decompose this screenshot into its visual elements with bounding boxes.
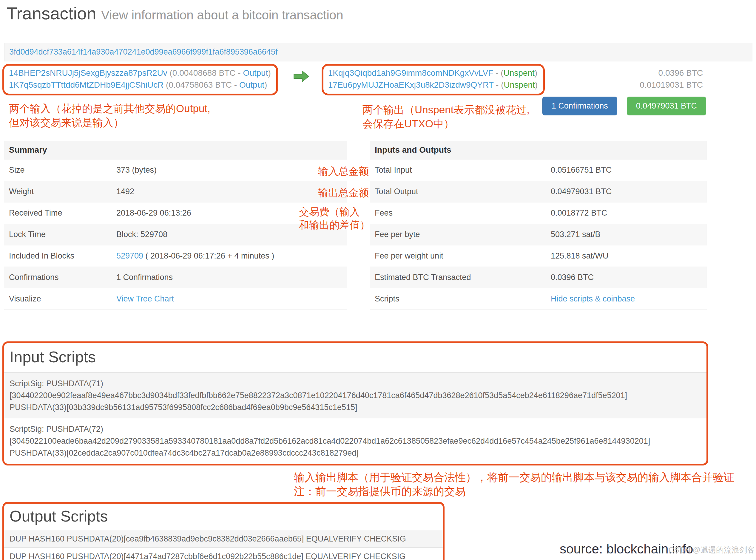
input-amount-close: )	[268, 68, 271, 78]
view-tree-chart-link[interactable]: View Tree Chart	[116, 294, 174, 303]
input-script-row: ScriptSig: PUSHDATA(72) [3045022100eade6…	[4, 418, 706, 464]
annotations-row: 两个输入（花掉的是之前其他交易的Output, 但对该交易来说是输入） 两个输出…	[0, 98, 756, 141]
table-row: Fees 0.0018772 BTC	[370, 202, 707, 224]
table-row: Estimated BTC Transacted 0.0396 BTC	[370, 266, 707, 288]
hide-scripts-link[interactable]: Hide scripts & coinbase	[551, 294, 635, 303]
fees-note-line: 交易费（输入	[299, 205, 370, 218]
row-value: 0.0396 BTC	[551, 273, 594, 282]
input-amount-text: (0.04758063 BTC -	[166, 80, 239, 89]
tx-io-row: 14BHEP2sNRUJj5jSexgBjyszza87psR2Uv (0.00…	[0, 61, 756, 95]
row-value: 503.271 sat/B	[551, 230, 601, 239]
tx-input-row: 14BHEP2sNRUJj5jSexgBjyszza87psR2Uv (0.00…	[9, 67, 271, 79]
tx-hash-link[interactable]: 3fd0d94dcf733a614f14a930a470241e0d99ea69…	[9, 47, 277, 56]
summary-table-header: Summary	[4, 141, 347, 159]
input-output-link[interactable]: Output	[239, 80, 264, 89]
row-label: Total Output	[375, 187, 551, 196]
input-output-link[interactable]: Output	[243, 68, 268, 78]
output-scripts-section: Output Scripts DUP HASH160 PUSHDATA(20)[…	[2, 502, 445, 560]
status-close: )	[535, 80, 538, 89]
output-separator: -	[493, 80, 501, 89]
row-value: 2018-06-29 06:13:26	[116, 208, 191, 218]
table-row: Size 373 (bytes)	[4, 159, 347, 181]
input-address-link[interactable]: 14BHEP2sNRUJj5jSexgBjyszza87psR2Uv	[9, 68, 167, 78]
page-header: TransactionView information about a bitc…	[0, 0, 756, 26]
input-detail-open	[163, 80, 166, 89]
table-row: Total Output 0.04979031 BTC	[370, 181, 707, 202]
table-row: Received Time 2018-06-29 06:13:26	[4, 202, 347, 224]
inputs-note-line: 两个输入（花掉的是之前其他交易的Output,	[9, 101, 210, 115]
row-label: Confirmations	[9, 273, 116, 282]
total-output-button[interactable]: 0.04979031 BTC	[627, 97, 706, 115]
status-open: (	[501, 80, 504, 89]
unspent-status: Unspent	[504, 80, 535, 89]
output-scripts-heading: Output Scripts	[4, 504, 443, 530]
row-label: Lock Time	[9, 230, 116, 239]
outputs-note-line: 两个输出（Unspent表示都没被花过,	[363, 103, 529, 117]
row-value: View Tree Chart	[116, 294, 174, 303]
scripts-note-line: 输入输出脚本（用于验证交易合法性），将前一交易的输出脚本与该交易的输入脚本合并验…	[294, 470, 756, 484]
transaction-page: TransactionView information about a bitc…	[0, 0, 756, 560]
table-row: Weight 1492	[4, 181, 347, 202]
table-row: Fee per weight unit 125.818 sat/WU	[370, 245, 707, 266]
row-label: Included In Blocks	[9, 252, 116, 261]
table-row: Confirmations 1 Confirmations	[4, 266, 347, 288]
row-value: 125.818 sat/WU	[551, 252, 608, 261]
inputs-note: 两个输入（花掉的是之前其他交易的Output, 但对该交易来说是输入）	[9, 101, 210, 129]
row-value: 0.0018772 BTC	[551, 208, 607, 218]
row-value: 373 (bytes)	[116, 165, 157, 175]
table-row: Fee per byte 503.271 sat/B	[370, 224, 707, 245]
row-label: Estimated BTC Transacted	[375, 273, 551, 282]
table-row: Visualize View Tree Chart	[4, 288, 347, 309]
row-label: Visualize	[9, 294, 116, 303]
tx-buttons: 1 Confirmations 0.04979031 BTC	[542, 97, 706, 115]
output-separator: -	[493, 68, 501, 78]
scriptsig-signature: [304402200e902feaaf8e49ea467bbc3d9034bdf…	[9, 389, 701, 401]
input-script-row: ScriptSig: PUSHDATA(71) [304402200e902fe…	[4, 373, 706, 418]
row-value: 0.04979031 BTC	[551, 187, 612, 196]
row-label: Size	[9, 165, 116, 175]
table-row: Included In Blocks 529709 ( 2018-06-29 0…	[4, 245, 347, 266]
page-title-text: Transaction	[6, 4, 96, 23]
input-scripts-heading: Input Scripts	[4, 343, 706, 373]
input-address-link[interactable]: 1K7q5sqzbTTttdd6MtZDHb9E4jjCShiUcR	[9, 80, 163, 89]
output-amount: 0.0396 BTC	[640, 67, 703, 79]
page-subtitle: View information about a bitcoin transac…	[101, 8, 343, 22]
table-row: Scripts Hide scripts & coinbase	[370, 288, 707, 309]
row-value: Hide scripts & coinbase	[551, 294, 635, 303]
included-block-time: ( 2018-06-29 06:17:26 + 4 minutes )	[143, 252, 274, 260]
unspent-status: Unspent	[504, 68, 535, 78]
row-label: Scripts	[375, 294, 551, 303]
details-tables: Summary Size 373 (bytes) Weight 1492 Rec…	[4, 141, 707, 310]
fees-note: 交易费（输入 和输出的差值）	[299, 205, 370, 232]
table-row: Lock Time Block: 529708	[4, 224, 347, 245]
input-scripts-section: Input Scripts ScriptSig: PUSHDATA(71) [3…	[2, 341, 708, 465]
tx-output-row: 1Kqjq3Qiqbd1ah9G9imm8comNDKgxVvLVF - (Un…	[328, 67, 538, 79]
page-title: TransactionView information about a bitc…	[6, 4, 749, 26]
row-value: 0.05166751 BTC	[551, 165, 612, 175]
output-amounts: 0.0396 BTC 0.01019031 BTC	[640, 64, 756, 91]
included-block-link[interactable]: 529709	[116, 252, 143, 260]
inputs-annotation-box: 14BHEP2sNRUJj5jSexgBjyszza87psR2Uv (0.00…	[2, 64, 278, 95]
csdn-watermark: CSDN @邋遢的流浪剑客	[668, 545, 755, 555]
fees-note-line: 和输出的差值）	[299, 218, 370, 232]
outputs-note: 两个输出（Unspent表示都没被花过, 会保存在UTXO中）	[363, 103, 529, 131]
status-open: (	[501, 68, 503, 78]
input-amount-close: )	[264, 80, 267, 89]
scripts-note-line: 注：前一交易指提供币的来源的交易	[294, 484, 756, 498]
scriptsig-signature: [3045022100eade6baa42d209d279033581a5933…	[9, 435, 701, 447]
output-address-link[interactable]: 17Eu6pyMUJZHoaEKxj3u8k2D3izdw9QYRT	[328, 80, 494, 89]
tx-output-row: 17Eu6pyMUJZHoaEKxj3u8k2D3izdw9QYRT - (Un…	[328, 79, 538, 91]
row-value: Block: 529708	[116, 230, 167, 239]
output-address-link[interactable]: 1Kqjq3Qiqbd1ah9G9imm8comNDKgxVvLVF	[328, 68, 493, 78]
outputs-note-line: 会保存在UTXO中）	[363, 117, 529, 131]
inputs-outputs-table-header: Inputs and Outputs	[370, 141, 707, 159]
row-value: 1492	[116, 187, 134, 196]
row-label: Fee per weight unit	[375, 252, 551, 261]
scripts-note: 输入输出脚本（用于验证交易合法性），将前一交易的输出脚本与该交易的输入脚本合并验…	[294, 470, 756, 498]
confirmations-button[interactable]: 1 Confirmations	[542, 97, 617, 115]
tx-input-row: 1K7q5sqzbTTttdd6MtZDHb9E4jjCShiUcR (0.04…	[9, 79, 271, 91]
total-input-note: 输入总金额	[309, 165, 369, 178]
scriptsig-type: ScriptSig: PUSHDATA(71)	[9, 378, 701, 389]
row-label: Total Input	[375, 165, 551, 175]
row-value: 1 Confirmations	[116, 273, 173, 282]
